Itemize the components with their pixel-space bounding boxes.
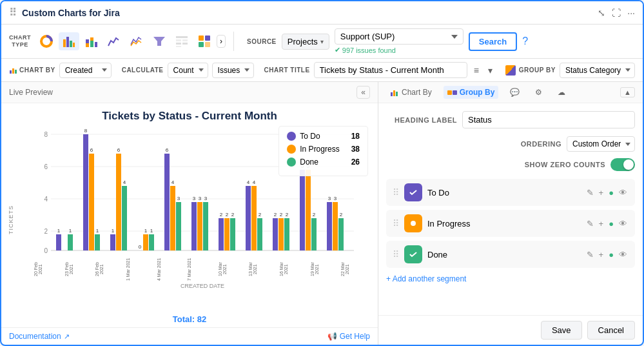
chart-type-label2: TYPE — [12, 41, 28, 48]
svg-rect-40 — [83, 134, 88, 250]
tab-cloud[interactable]: ☁ — [554, 86, 569, 99]
edit-done-btn[interactable]: ✎ — [585, 249, 595, 261]
svg-rect-96 — [333, 202, 338, 250]
x-axis-title: CREATED DATE — [14, 283, 371, 289]
x-label-7: 10 Mar 2021 — [218, 257, 249, 281]
group-by-select[interactable]: Status Category Status Assignee — [560, 63, 635, 78]
title-down-btn[interactable]: ▾ — [485, 64, 495, 77]
expand-icon[interactable]: ⛶ — [612, 8, 621, 18]
segment-actions-inprogress: ✎ + ● 👁 — [585, 218, 629, 230]
svg-rect-23 — [12, 68, 14, 74]
x-axis-labels: 20 Feb 2021 23 Feb 2021 26 Feb 2021 1 Ma… — [14, 257, 371, 281]
tab-group-by[interactable]: Group By — [444, 86, 499, 99]
source-section: SOURCE Projects ▾ Support (SUP) ✔ 997 is… — [247, 28, 528, 54]
svg-text:2: 2 — [286, 212, 289, 218]
chart-type-bar[interactable] — [59, 32, 79, 50]
help-icon[interactable]: ? — [522, 36, 528, 47]
segment-color-inprogress[interactable] — [404, 214, 422, 232]
documentation-link[interactable]: Documentation ↗ — [9, 332, 70, 341]
chart-type-table[interactable] — [171, 32, 192, 50]
svg-rect-76 — [246, 186, 251, 250]
svg-rect-15 — [176, 43, 181, 45]
y-axis-label-container: TICKETS — [8, 128, 14, 312]
hide-done-btn[interactable]: 👁 — [618, 249, 629, 261]
check-inprogress-btn[interactable]: ● — [607, 218, 615, 230]
heading-label-input[interactable] — [462, 111, 635, 128]
source-type-dropdown[interactable]: Projects ▾ — [282, 34, 329, 50]
edit-todo-btn[interactable]: ✎ — [585, 187, 595, 199]
segment-color-done[interactable] — [404, 245, 422, 263]
title-options-btn[interactable]: ≡ — [471, 64, 482, 77]
x-label-1: 20 Feb 2021 — [34, 257, 64, 281]
toolbar-row1: CHART TYPE — [1, 25, 643, 59]
source-label: SOURCE — [247, 38, 277, 45]
tab-comment[interactable]: 💬 — [506, 86, 523, 99]
search-button[interactable]: Search — [469, 32, 517, 51]
chart-type-grid[interactable] — [194, 32, 215, 50]
legend-dot-todo — [287, 132, 296, 141]
get-help-link[interactable]: 📢 Get Help — [327, 332, 370, 341]
zero-counts-toggle[interactable] — [610, 158, 635, 171]
chart-type-funnel[interactable] — [149, 32, 170, 50]
drag-handle-inprogress[interactable]: ⠿ — [393, 218, 399, 229]
svg-rect-70 — [219, 218, 224, 250]
svg-rect-20 — [199, 42, 204, 47]
collapse-chart-btn[interactable]: « — [356, 86, 370, 99]
ordering-select[interactable]: Custom Order Alphabetical — [567, 136, 635, 152]
check-todo-btn[interactable]: ● — [607, 187, 615, 199]
issues-select[interactable]: Issues Epics — [212, 63, 254, 78]
chart-by-select[interactable]: Created Updated Resolved — [59, 63, 112, 78]
save-button[interactable]: Save — [541, 321, 582, 340]
add-inprogress-btn[interactable]: + — [598, 218, 605, 230]
svg-text:2: 2 — [280, 212, 283, 218]
svg-rect-3 — [66, 37, 69, 47]
check-done-btn[interactable]: ● — [607, 249, 615, 261]
chart-type-multiline[interactable] — [126, 32, 147, 50]
svg-rect-88 — [300, 170, 305, 250]
tab-chart-by[interactable]: Chart By — [386, 86, 436, 99]
source-project-select[interactable]: Support (SUP) — [335, 28, 463, 45]
chart-type-more[interactable]: › — [217, 35, 226, 48]
collapse-right-btn[interactable]: ▲ — [620, 87, 635, 97]
segment-color-todo[interactable] — [404, 183, 422, 201]
svg-text:6: 6 — [166, 147, 169, 153]
tab-settings[interactable]: ⚙ — [531, 86, 546, 99]
add-done-btn[interactable]: + — [598, 249, 605, 261]
add-segment-link[interactable]: + Add another segment — [386, 272, 635, 286]
svg-rect-68 — [203, 202, 208, 250]
svg-rect-12 — [176, 36, 188, 38]
cancel-button[interactable]: Cancel — [587, 321, 635, 340]
svg-text:8: 8 — [44, 131, 48, 138]
calculate-select[interactable]: Count Sum — [168, 63, 208, 78]
svg-text:4: 4 — [247, 179, 250, 185]
chart-type-donut[interactable] — [36, 32, 57, 50]
hide-todo-btn[interactable]: 👁 — [618, 187, 629, 199]
segment-actions-done: ✎ + ● 👁 — [585, 249, 629, 261]
edit-inprogress-btn[interactable]: ✎ — [585, 218, 595, 230]
group-by-label: GROUP BY — [505, 65, 556, 76]
svg-rect-54 — [143, 234, 148, 250]
y-axis-label: TICKETS — [8, 205, 14, 234]
svg-text:3: 3 — [199, 196, 202, 201]
drag-handle-todo[interactable]: ⠿ — [393, 187, 399, 198]
chart-title-input[interactable] — [314, 62, 467, 78]
segment-actions-todo: ✎ + ● 👁 — [585, 187, 629, 199]
svg-rect-4 — [70, 41, 72, 47]
more-icon[interactable]: ··· — [627, 8, 635, 18]
chart-type-buttons: › — [36, 32, 226, 50]
x-label-6: 7 Mar 2021 — [187, 257, 218, 281]
hide-inprogress-btn[interactable]: 👁 — [618, 218, 629, 230]
right-tabs: Chart By Group By 💬 ⚙ ☁ — [378, 82, 643, 103]
minimize-icon[interactable]: ⤡ — [598, 8, 605, 18]
chart-type-line[interactable] — [104, 32, 124, 50]
svg-text:4: 4 — [171, 179, 175, 185]
svg-rect-16 — [182, 43, 188, 45]
title-bar: ⠿ Custom Charts for Jira ⤡ ⛶ ··· — [1, 1, 643, 25]
segment-item-inprogress: ⠿ In Progress ✎ + ● 👁 — [386, 210, 635, 237]
chart-type-stacked[interactable] — [81, 32, 102, 50]
legend-item-inprogress: In Progress 38 — [287, 145, 360, 154]
add-todo-btn[interactable]: + — [598, 187, 605, 199]
group-by-tab-icon — [447, 90, 457, 95]
drag-handle-done[interactable]: ⠿ — [393, 249, 399, 260]
svg-rect-38 — [68, 234, 73, 250]
